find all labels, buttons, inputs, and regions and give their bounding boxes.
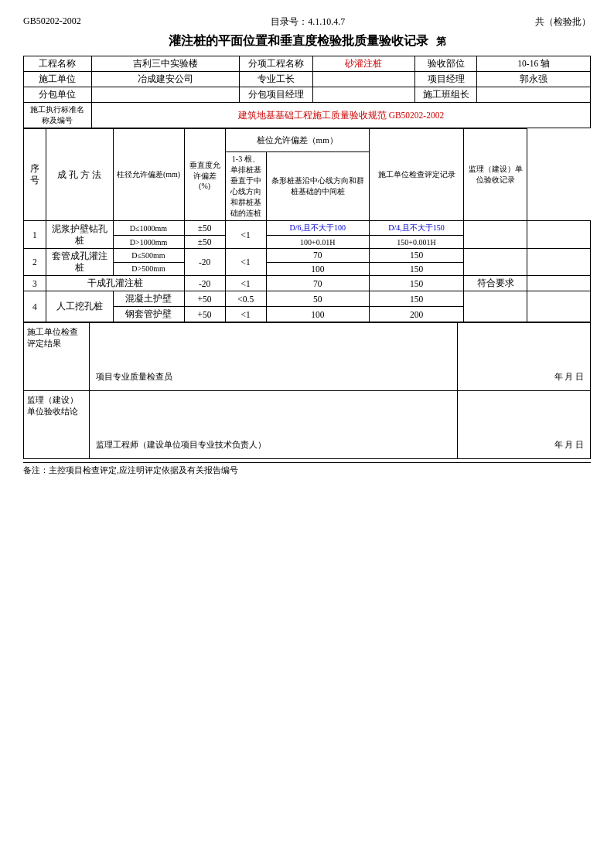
header-seq: 序号 [24,129,46,221]
header-pile-sub2: 条形桩基沿中心线方向和群桩基础的中间桩 [266,152,369,221]
supervise-eval-content [89,391,458,437]
label-sub-pm: 分包项目经理 [239,87,312,103]
seq-4: 4 [24,291,46,322]
label-subcontractor: 分包单位 [24,87,92,103]
supervise-bottom-spacer [89,453,458,459]
pile2-4-1: 150 [369,291,464,307]
pile1-2-1: 70 [266,249,369,263]
sub-method-4-1: 混凝土护壁 [113,291,184,307]
supervise-bottom-right [458,453,591,459]
construction-bottom-right [458,385,591,391]
check-4 [464,291,527,322]
pile1-3: 70 [266,276,369,291]
sub-method-2-2: D>500mm [113,262,184,276]
vertical-1: <1 [225,221,266,249]
label-work-team-leader: 施工班组长 [414,87,477,103]
catalog-label: 目录号：4.1.10.4.7 [271,15,345,29]
standard-label: GB50202-2002 [23,15,81,29]
footer-note: 备注：主控项目检查评定,应注明评定依据及有关报告编号 [23,462,591,476]
sub-method-1-2: D>1000mm [113,236,184,249]
pile2-1-1: D/4,且不大于150 [369,221,464,236]
supervise-4 [527,291,591,322]
supervise-2 [527,249,591,276]
diameter-3: -20 [184,276,225,291]
supervise-engineer-label: 监理工程师（建设单位项目专业技术负责人） [89,437,458,453]
vertical-4-1: <0.5 [225,291,266,307]
total-label: 共（检验批） [535,15,591,29]
diameter-1-2: ±50 [184,236,225,249]
value-sub-pm [312,87,414,103]
label-subproject: 分项工程名称 [239,56,312,72]
construction-eval-label: 施工单位检查评定结果 [24,323,90,391]
pile1-1-1: D/6,且不大于100 [266,221,369,236]
pile1-2-2: 100 [266,262,369,276]
check-2 [464,249,527,276]
supervise-eval-right [458,391,591,437]
method-group-3: 干成孔灌注桩 [46,276,184,291]
header-diameter: 柱径允许偏差(mm) [113,129,184,221]
construction-date: 年 月 日 [458,369,591,385]
value-project-name: 吉利三中实验楼 [91,56,239,72]
pile2-2-1: 150 [369,249,464,263]
label-project-manager: 项目经理 [414,72,477,87]
supervise-1 [527,221,591,249]
check-1 [464,221,527,249]
value-project-manager: 郭永强 [477,72,591,87]
main-title: 灌注桩的平面位置和垂直度检验批质量验收记录 第 [23,33,591,49]
pile1-4-2: 100 [266,307,369,322]
pile1-4-1: 50 [266,291,369,307]
label-acceptance-part: 验收部位 [414,56,477,72]
header-supervise: 监理（建设）单位验收记录 [464,129,527,221]
construction-bottom-spacer [89,385,458,391]
value-subcontractor [91,87,239,103]
label-construction-unit: 施工单位 [24,72,92,87]
seq-1: 1 [24,221,46,249]
check-3: 符合要求 [464,276,527,291]
value-work-team-leader [477,87,591,103]
pile2-3: 150 [369,276,464,291]
seq-2: 2 [24,249,46,276]
label-chief-worker: 专业工长 [239,72,312,87]
header-method: 成 孔 方 法 [46,129,113,221]
vertical-3: <1 [225,276,266,291]
sub-method-4-2: 钢套管护壁 [113,307,184,322]
value-subproject: 砂灌注桩 [312,56,414,72]
seq-3: 3 [24,276,46,291]
label-exec-standard: 施工执行标准名称及编号 [24,103,92,128]
page-num: 第 [436,35,446,49]
value-exec-standard: 建筑地基基础工程施工质量验收规范 GB50202-2002 [91,103,590,128]
diameter-1-1: ±50 [184,221,225,236]
header-check: 施工单位检查评定记录 [369,129,464,221]
sub-method-1-1: D≤1000mm [113,221,184,236]
construction-eval-right [458,323,591,369]
header-top: GB50202-2002 目录号：4.1.10.4.7 共（检验批） [23,15,591,29]
sub-method-2-1: D≤500mm [113,249,184,263]
construction-eval-content [89,323,458,369]
supervise-eval-label: 监理（建设）单位验收结论 [24,391,90,459]
value-construction-unit: 冶成建安公司 [91,72,239,87]
pile2-2-2: 150 [369,262,464,276]
diameter-2: -20 [184,249,225,276]
header-pile-pos: 桩位允许偏差（mm） [225,129,369,152]
supervise-date: 年 月 日 [458,437,591,453]
value-acceptance-part: 10-16 轴 [477,56,591,72]
label-project-name: 工程名称 [24,56,92,72]
method-group-1: 泥浆护壁钻孔桩 [46,221,113,249]
pile1-1-2: 100+0.01H [266,236,369,249]
diameter-4-2: +50 [184,307,225,322]
method-group-4: 人工挖孔桩 [46,291,113,322]
pile2-4-2: 200 [369,307,464,322]
diameter-4-1: +50 [184,291,225,307]
method-group-2: 套管成孔灌注桩 [46,249,113,276]
supervise-3 [527,276,591,291]
value-chief-worker [312,72,414,87]
vertical-2: <1 [225,249,266,276]
pile2-1-2: 150+0.001H [369,236,464,249]
vertical-4-2: <1 [225,307,266,322]
construction-checker-label: 项目专业质量检查员 [89,369,458,385]
header-pile-sub1: 1-3 根、单排桩基垂直于中心线方向和群桩基础的连桩 [225,152,266,221]
title-text: 灌注桩的平面位置和垂直度检验批质量验收记录 [169,33,428,49]
header-vertical: 垂直度允许偏差(%) [184,129,225,221]
